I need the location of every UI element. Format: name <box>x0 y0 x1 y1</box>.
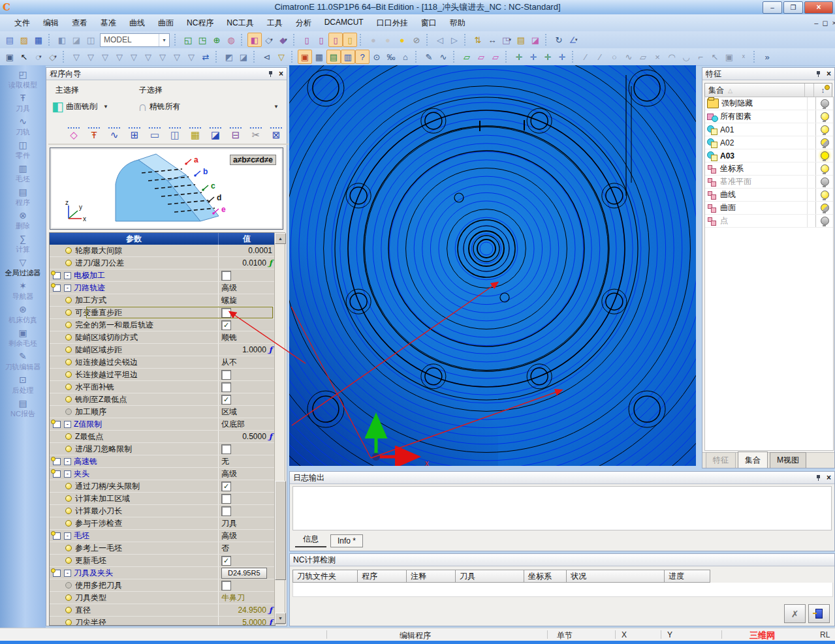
exit-button[interactable] <box>808 604 830 623</box>
corner-icon[interactable]: ⌐ <box>693 50 708 64</box>
ucs-relative-icon[interactable]: ✛ <box>541 50 555 64</box>
info-circle-icon[interactable]: ⊙ <box>370 50 384 64</box>
set-row-A03[interactable]: A03 <box>705 149 833 162</box>
sets-column-header[interactable]: 集合△ ↕ <box>704 83 832 97</box>
tab-M视图[interactable]: M视图 <box>770 452 806 468</box>
more-tools-icon[interactable]: » <box>760 50 774 64</box>
zoom-selected-icon[interactable]: ◳ <box>195 33 210 47</box>
line-point-icon[interactable]: ∕ <box>593 50 607 64</box>
param-value-cell[interactable]: 5.0000ƒ <box>218 617 275 626</box>
plane-4pt-icon[interactable]: ▱ <box>636 50 650 64</box>
menu-帮助[interactable]: 帮助 <box>443 15 472 31</box>
param-value-cell[interactable]: 无 <box>218 455 275 467</box>
circle-icon[interactable]: ○ <box>607 50 622 64</box>
sidebar-item-刀轨[interactable]: ∿刀轨 <box>0 117 46 136</box>
param-value-cell[interactable]: 牛鼻刀 <box>218 592 275 604</box>
menu-基准[interactable]: 基准 <box>94 15 123 31</box>
menu-查看[interactable]: 查看 <box>65 15 94 31</box>
polyline-icon[interactable]: ∿ <box>436 50 450 64</box>
checkbox-unchecked[interactable] <box>221 506 231 516</box>
param-value-cell[interactable] <box>218 307 275 318</box>
nav-help-icon[interactable]: ? <box>355 50 370 64</box>
sidebar-item-导航器[interactable]: ✶导航器 <box>0 282 46 300</box>
tab-集合[interactable]: 集合 <box>738 452 768 468</box>
function-icon[interactable]: ƒ <box>269 432 272 441</box>
log-tab-Info *[interactable]: Info * <box>330 534 363 547</box>
bulb-bright-icon[interactable] <box>821 151 829 160</box>
set-visibility-cell[interactable] <box>815 176 833 188</box>
param-value-cell[interactable] <box>218 369 275 380</box>
set-visibility-cell[interactable] <box>815 149 833 162</box>
link-light-icon[interactable]: ● <box>366 33 381 47</box>
tool-define-icon[interactable]: Ŧ <box>87 127 101 142</box>
nc-column-状况[interactable]: 状况 <box>567 570 665 583</box>
checkbox-unchecked[interactable] <box>221 370 231 380</box>
display-ucs-icon[interactable]: ▯ <box>328 33 343 47</box>
set-visibility-cell[interactable] <box>815 189 833 201</box>
filter-apply-icon[interactable]: ◪ <box>236 50 251 64</box>
param-value-cell[interactable] <box>218 493 275 504</box>
close-icon[interactable]: × <box>827 70 831 77</box>
ucs-new-icon[interactable]: ✛ <box>512 50 526 64</box>
collapse-icon[interactable]: - <box>64 470 71 478</box>
param-value-cell[interactable]: D24.95R5 <box>218 567 275 579</box>
post-process-icon[interactable]: ⊟ <box>228 127 243 142</box>
plane-green-icon[interactable]: ▱ <box>460 50 474 64</box>
bulb-off-icon[interactable] <box>821 177 829 186</box>
pick-arrow-icon[interactable]: ↖ <box>708 50 722 64</box>
refresh-visibility-icon[interactable]: ↕ <box>813 84 832 97</box>
swap-display-icon[interactable]: ⇅ <box>471 33 485 47</box>
regen-display-icon[interactable]: ◫ <box>84 33 98 47</box>
display-points-icon[interactable]: ▯ <box>343 33 357 47</box>
nc-column-程序[interactable]: 程序 <box>358 570 407 583</box>
tolerance-icon[interactable]: ‰ <box>384 50 398 64</box>
param-value-cell[interactable] <box>218 269 275 281</box>
xyz-frame-icon[interactable]: ▣ <box>722 50 736 64</box>
main-select-combo[interactable]: ◧ 曲面铣削 ▼ <box>52 95 133 117</box>
set-visibility-cell[interactable] <box>815 123 833 136</box>
global-funnel-icon[interactable]: ▽ <box>274 50 289 64</box>
collapse-icon[interactable]: - <box>64 458 71 465</box>
mdi-minimize-icon[interactable]: – <box>814 19 818 27</box>
measure-icon[interactable]: ↔ <box>485 33 499 47</box>
collapse-icon[interactable]: - <box>64 532 71 540</box>
trim-cross-icon[interactable]: × <box>650 50 665 64</box>
param-value-cell[interactable]: 24.9500ƒ <box>218 604 275 616</box>
menu-口口外挂[interactable]: 口口外挂 <box>370 15 415 31</box>
set-visibility-cell[interactable] <box>815 162 833 175</box>
pin-icon[interactable] <box>815 70 821 78</box>
sel-curve-icon[interactable]: ▽ <box>84 50 98 64</box>
close-icon[interactable]: × <box>827 474 831 481</box>
sidebar-item-删除[interactable]: ⊗删除 <box>0 211 46 230</box>
param-value-cell[interactable]: 高级 <box>218 530 275 542</box>
function-icon[interactable]: ƒ <box>269 258 272 268</box>
param-value-cell[interactable] <box>218 443 275 455</box>
set-visibility-cell[interactable] <box>815 136 833 149</box>
param-value-cell[interactable]: 否 <box>218 542 275 554</box>
checkbox-unchecked[interactable] <box>221 581 231 590</box>
pink-cube-icon[interactable]: ◪ <box>528 33 543 47</box>
scroll-thumb[interactable] <box>275 481 286 580</box>
menu-编辑[interactable]: 编辑 <box>37 15 65 31</box>
close-wizard-icon[interactable]: ⊠ <box>269 127 283 142</box>
menu-窗口[interactable]: 窗口 <box>415 15 443 31</box>
sel-loop-icon[interactable]: ▽ <box>155 50 170 64</box>
chamfer-box-icon[interactable]: ◳▾ <box>499 33 514 47</box>
set-row-坐标系[interactable]: 坐标系 <box>705 162 833 176</box>
menu-曲面[interactable]: 曲面 <box>151 15 180 31</box>
set-row-曲面[interactable]: 曲面 <box>705 202 833 215</box>
sidebar-item-剩余毛坯[interactable]: ▣剩余毛坯 <box>0 329 46 347</box>
param-value-cell[interactable]: ✓ <box>218 480 275 492</box>
ucs-axis-icon[interactable]: ✛ <box>555 50 569 64</box>
log-tab-信息[interactable]: 信息 <box>295 532 326 547</box>
sidebar-item-NC报告[interactable]: ▤NC报告 <box>0 399 46 418</box>
sidebar-item-毛坯[interactable]: ▥毛坯 <box>0 164 46 183</box>
checkbox-unchecked[interactable] <box>221 271 231 281</box>
bulb-off-icon[interactable] <box>821 217 829 225</box>
sidebar-item-刀轨编辑器[interactable]: ✎刀轨编辑器 <box>0 352 46 371</box>
param-value-cell[interactable]: 顺铣 <box>218 331 275 343</box>
view-rotate-icon[interactable]: ↻ <box>552 33 566 47</box>
toolpath-params-icon[interactable]: ∿ <box>107 127 121 142</box>
bulb-on-icon[interactable] <box>821 164 829 173</box>
set-row-曲线[interactable]: 曲线 <box>705 189 833 202</box>
